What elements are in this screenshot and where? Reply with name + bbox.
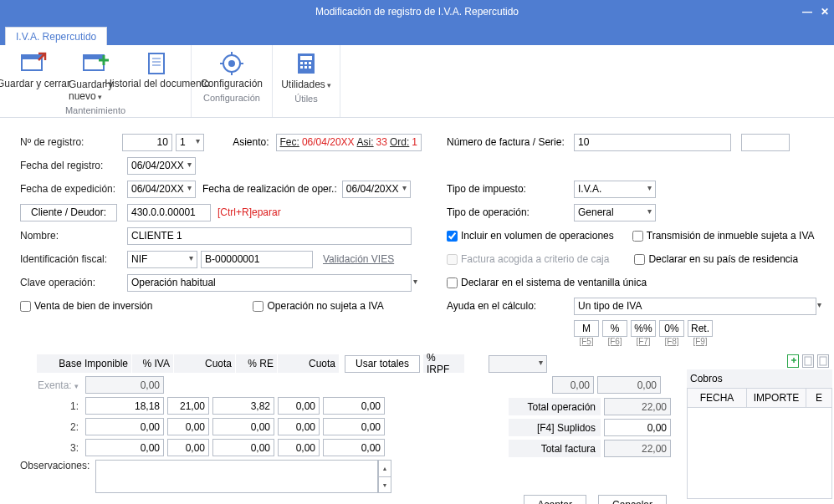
fecha-oper-input[interactable] <box>342 181 411 198</box>
cliente-input[interactable] <box>127 204 211 221</box>
svg-rect-3 <box>84 55 104 59</box>
btn-double-percent[interactable]: %% <box>631 320 656 337</box>
total-factura-label: Total factura <box>509 440 601 457</box>
cancelar-button[interactable]: Cancelar <box>598 495 667 504</box>
svg-point-9 <box>228 60 235 67</box>
svg-rect-21 <box>309 66 311 69</box>
group-utils-label: Útiles <box>294 94 318 104</box>
save-close-button[interactable]: Guardar y cerrar <box>7 50 60 102</box>
observaciones-textarea[interactable] <box>95 460 378 493</box>
cobros-edit-icon[interactable] <box>802 354 814 368</box>
chk-declarar-pais[interactable]: Declarar en su país de residencia <box>634 253 798 265</box>
chk-transmision-inmueble[interactable]: Transmisión de inmueble sujeta a IVA <box>632 230 815 242</box>
num-factura-label: Número de factura / Serie: <box>447 136 574 148</box>
r1-piva[interactable] <box>167 397 209 415</box>
observaciones-label: Observaciones: <box>20 460 95 471</box>
save-close-icon <box>20 50 47 77</box>
n-registro-input[interactable] <box>122 134 172 151</box>
asiento-box[interactable]: Fec:06/04/20XX Asi:33 Ord:1 <box>276 134 422 151</box>
r2-pre[interactable] <box>278 418 320 435</box>
svg-rect-16 <box>300 62 303 64</box>
n-registro-label: Nº de registro: <box>20 136 122 148</box>
r3-cuota2[interactable] <box>323 439 385 456</box>
fecha-expedicion-input[interactable] <box>127 181 196 198</box>
r1-base[interactable] <box>85 397 164 415</box>
r3-base[interactable] <box>85 439 164 456</box>
r1-cuota[interactable] <box>212 397 274 415</box>
cobros-th-fecha[interactable]: FECHA <box>688 389 747 408</box>
key-f9: [F9] <box>688 337 713 346</box>
num-factura-input[interactable] <box>574 134 731 151</box>
observaciones-scroll[interactable]: ▲▼ <box>378 460 391 493</box>
fecha-expedicion-label: Fecha de expedición: <box>20 183 127 195</box>
row-3-label: 3: <box>20 442 85 454</box>
exenta-base: 0,00 <box>85 376 164 394</box>
aceptar-button[interactable]: Aceptar <box>524 495 586 504</box>
irpf-zero: 0,00 <box>552 376 594 394</box>
utils-button[interactable]: Utilidades▾ <box>279 50 333 90</box>
tab-iva-repercutido[interactable]: I.V.A. Repercutido <box>5 27 107 45</box>
svg-rect-18 <box>309 62 311 64</box>
r1-cuota2[interactable] <box>323 397 385 415</box>
save-new-button[interactable]: Guardar y nuevo▾ <box>69 50 122 102</box>
config-button[interactable]: Configuración <box>198 50 265 89</box>
fecha-registro-input[interactable] <box>127 157 196 175</box>
cobros-add-icon[interactable] <box>787 354 799 368</box>
btn-ret[interactable]: Ret. <box>688 320 713 337</box>
suplidos-label: [F4] Suplidos <box>509 419 601 436</box>
id-fiscal-input[interactable] <box>201 251 313 268</box>
tipo-impuesto-select[interactable] <box>574 181 656 198</box>
cobros-th-importe[interactable]: IMPORTE <box>747 389 806 408</box>
reparar-link[interactable]: [Ctrl+R]eparar <box>217 206 281 218</box>
key-f6: [F6] <box>602 337 627 346</box>
tipo-operacion-select[interactable] <box>574 204 656 221</box>
id-fiscal-tipo-select[interactable] <box>127 251 197 268</box>
cobros-title: Cobros <box>690 373 723 384</box>
validacion-vies-link[interactable]: Validación VIES <box>323 253 394 265</box>
r1-pre[interactable] <box>278 397 320 415</box>
btn-percent[interactable]: % <box>602 320 627 337</box>
suplidos-input[interactable] <box>604 419 671 436</box>
chk-venta-inversion[interactable]: Venta de bien de inversión <box>20 300 152 312</box>
ribbon: Guardar y cerrar Guardar y nuevo▾ Histor… <box>0 45 834 118</box>
titlebar: Modificación de registro de I.V.A. Reper… <box>0 0 834 23</box>
r3-piva[interactable] <box>167 439 209 456</box>
svg-rect-23 <box>820 357 826 365</box>
tipo-operacion-label: Tipo de operación: <box>447 206 574 218</box>
svg-rect-4 <box>149 53 164 74</box>
chk-incluir-volumen[interactable]: Incluir en volumen de operaciones <box>447 230 614 242</box>
btn-m[interactable]: M <box>574 320 599 337</box>
id-fiscal-label: Identificación fiscal: <box>20 253 127 265</box>
ayuda-calculo-select[interactable] <box>574 298 816 315</box>
chk-no-sujeta-iva[interactable]: Operación no sujeta a IVA <box>253 300 383 312</box>
minimize-button[interactable]: — <box>802 6 812 18</box>
gear-icon <box>218 50 245 77</box>
n-registro-serie-select[interactable] <box>176 134 204 151</box>
r2-cuota[interactable] <box>212 418 274 435</box>
serie-factura-input[interactable] <box>741 134 790 151</box>
r2-base[interactable] <box>85 418 164 435</box>
cobros-table: FECHA IMPORTE E <box>687 388 832 499</box>
btn-zero-percent[interactable]: 0% <box>659 320 684 337</box>
total-operacion-value: 22,00 <box>604 398 671 415</box>
svg-rect-15 <box>300 56 312 60</box>
usar-totales-button[interactable]: Usar totales <box>345 355 420 373</box>
cliente-deudor-button[interactable]: Cliente / Deudor: <box>20 204 117 221</box>
irpf-cuota: 0,00 <box>597 376 661 394</box>
r2-piva[interactable] <box>167 418 209 435</box>
cobros-delete-icon[interactable] <box>817 354 829 368</box>
nombre-input[interactable] <box>127 227 412 245</box>
r3-cuota[interactable] <box>212 439 274 456</box>
r3-pre[interactable] <box>278 439 320 456</box>
clave-operacion-select[interactable] <box>127 274 412 292</box>
cobros-th-e[interactable]: E <box>806 389 831 408</box>
r2-cuota2[interactable] <box>323 418 385 435</box>
chk-ventanilla-unica[interactable]: Declarar en el sistema de ventanilla úni… <box>447 277 647 288</box>
close-button[interactable]: ✕ <box>821 6 829 18</box>
history-button[interactable]: Historial del documento <box>130 50 184 102</box>
calculator-icon <box>293 50 320 77</box>
cobros-body <box>688 408 831 498</box>
chk-criterio-caja: Factura acogida a criterio de caja <box>447 253 609 265</box>
tipo-impuesto-label: Tipo de impuesto: <box>447 183 574 195</box>
svg-rect-19 <box>300 66 303 69</box>
